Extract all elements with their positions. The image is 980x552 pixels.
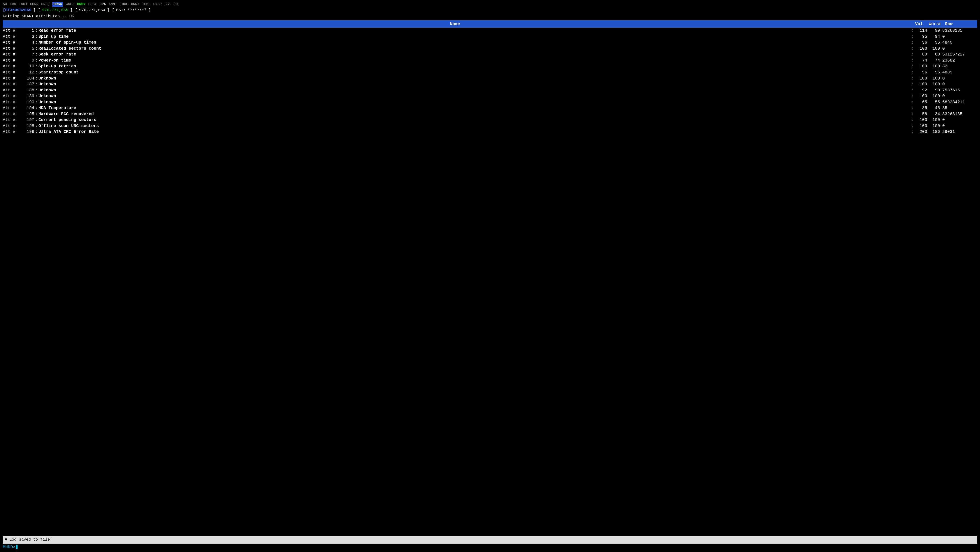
att-name: Unknown xyxy=(38,81,910,88)
att-label: Att # xyxy=(3,40,21,46)
att-sep: : xyxy=(910,99,914,105)
bracket-close2: ] [ xyxy=(107,8,115,13)
flag-bbk: BBK xyxy=(164,2,171,7)
prompt-text: MHDD> xyxy=(3,544,15,550)
att-worst: 34 xyxy=(927,111,940,117)
att-worst: 45 xyxy=(927,105,940,111)
att-raw: 0 xyxy=(940,75,977,81)
att-name: Unknown xyxy=(38,93,910,99)
att-num: 199 xyxy=(21,129,34,135)
att-val: 114 xyxy=(914,28,927,34)
prompt-line[interactable]: MHDD> ▌ xyxy=(3,544,977,550)
att-worst: 100 xyxy=(927,93,940,99)
table-row: Att # 199 : Ultra ATA CRC Error Rate : 2… xyxy=(3,129,977,135)
att-raw: 4889 xyxy=(940,69,977,75)
col-header-name: Name xyxy=(4,21,906,27)
att-sep: : xyxy=(910,88,914,94)
att-num: 7 xyxy=(21,51,34,57)
att-raw: 29031 xyxy=(940,129,977,135)
att-val: 69 xyxy=(914,51,927,57)
att-raw: 531257227 xyxy=(940,51,977,57)
att-sep: : xyxy=(910,81,914,88)
att-label: Att # xyxy=(3,93,21,99)
att-sep: : xyxy=(910,117,914,123)
att-num: 12 xyxy=(21,69,34,75)
att-label: Att # xyxy=(3,69,21,75)
att-label: Att # xyxy=(3,129,21,135)
table-row: Att # 1 : Read error rate : 114 99 83268… xyxy=(3,28,977,34)
att-worst: 100 xyxy=(927,117,940,123)
att-name: Reallocated sectors count xyxy=(38,46,910,52)
att-raw: 32 xyxy=(940,64,977,69)
table-row: Att # 197 : Current pending sectors : 10… xyxy=(3,117,977,123)
att-val: 65 xyxy=(914,99,927,105)
device-line: [ST3500320AS ] [ 976,771,055 ] [ 976,771… xyxy=(3,8,977,13)
att-raw: 0 xyxy=(940,123,977,129)
att-colon: : xyxy=(34,81,38,88)
table-row: Att # 10 : Spin-up retries : 100 100 32 xyxy=(3,64,977,69)
att-raw: 83268185 xyxy=(940,28,977,34)
flag-hpa: HPA xyxy=(99,2,106,7)
att-colon: : xyxy=(34,93,38,99)
att-raw: 589234211 xyxy=(940,99,977,105)
att-num: 197 xyxy=(21,117,34,123)
flag-drsc: DRSC xyxy=(52,2,63,7)
lba2: 976,771,054 xyxy=(79,8,105,13)
att-num: 9 xyxy=(21,57,34,64)
flag-orrt: ORRT xyxy=(131,2,139,7)
table-row: Att # 187 : Unknown : 100 100 0 xyxy=(3,81,977,88)
att-label: Att # xyxy=(3,111,21,117)
att-sep: : xyxy=(910,75,914,81)
att-sep: : xyxy=(910,40,914,46)
att-colon: : xyxy=(34,69,38,75)
att-worst: 55 xyxy=(927,99,940,105)
table-row: Att # 198 : Offline scan UNC sectors : 1… xyxy=(3,123,977,129)
att-val: 58 xyxy=(914,111,927,117)
att-worst: 100 xyxy=(927,123,940,129)
att-colon: : xyxy=(34,99,38,105)
att-name: Number of spin-up times xyxy=(38,40,910,46)
att-num: 188 xyxy=(21,88,34,94)
smart-status: Getting SMART attributes... OK xyxy=(3,14,977,19)
table-row: Att # 195 : Hardware ECC recovered : 58 … xyxy=(3,111,977,117)
att-val: 100 xyxy=(914,75,927,81)
att-worst: 90 xyxy=(927,88,940,94)
att-colon: : xyxy=(34,57,38,64)
att-label: Att # xyxy=(3,34,21,40)
table-row: Att # 9 : Power-on time : 74 74 23582 xyxy=(3,57,977,64)
att-val: 100 xyxy=(914,93,927,99)
att-worst: 60 xyxy=(927,51,940,57)
att-val: 96 xyxy=(914,69,927,75)
flag-wrft: WRFT xyxy=(66,2,74,7)
att-sep: : xyxy=(910,111,914,117)
att-raw: 0 xyxy=(940,93,977,99)
prompt-cursor[interactable]: ▌ xyxy=(16,544,19,550)
att-worst: 94 xyxy=(927,34,940,40)
att-name: Start/stop count xyxy=(38,69,910,75)
att-num: 194 xyxy=(21,105,34,111)
log-message: ■ Log saved to file: xyxy=(3,536,977,544)
att-num: 1 xyxy=(21,28,34,34)
flag-tdmf: TDMF xyxy=(142,2,150,7)
bracket-close: ] [ xyxy=(33,8,40,13)
flag-err: ERR xyxy=(10,2,16,7)
att-label: Att # xyxy=(3,99,21,105)
att-label: Att # xyxy=(3,64,21,69)
att-name: Ultra ATA CRC Error Rate xyxy=(38,129,910,135)
att-colon: : xyxy=(34,51,38,57)
att-sep: : xyxy=(910,69,914,75)
att-colon: : xyxy=(34,28,38,34)
est-label: EST: xyxy=(116,8,126,13)
att-num: 4 xyxy=(21,40,34,46)
att-worst: 100 xyxy=(927,81,940,88)
att-worst: 74 xyxy=(927,57,940,64)
att-val: 96 xyxy=(914,40,927,46)
att-label: Att # xyxy=(3,57,21,64)
flag-corr: CORR xyxy=(30,2,38,7)
att-worst: 99 xyxy=(927,28,940,34)
att-colon: : xyxy=(34,40,38,46)
att-worst: 186 xyxy=(927,129,940,135)
table-row: Att # 194 : HDA Temperature : 35 45 35 xyxy=(3,105,977,111)
att-colon: : xyxy=(34,105,38,111)
flag-00: 00 xyxy=(173,2,178,7)
